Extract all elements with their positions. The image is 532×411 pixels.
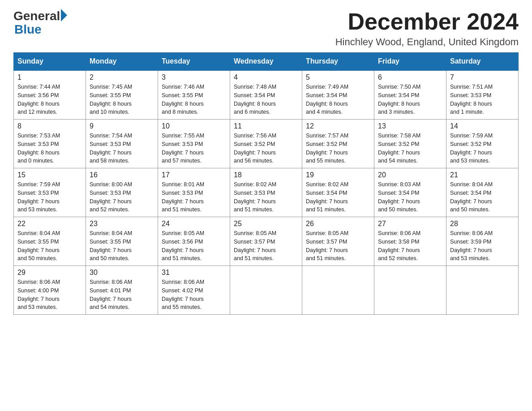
calendar-cell: 24 Sunrise: 8:05 AM Sunset: 3:56 PM Dayl…	[158, 217, 230, 266]
day-info: Sunrise: 7:59 AM Sunset: 3:52 PM Dayligh…	[450, 132, 515, 165]
day-number: 17	[162, 171, 226, 179]
logo-blue-text: Blue	[14, 23, 42, 36]
calendar-week-row: 8 Sunrise: 7:53 AM Sunset: 3:53 PM Dayli…	[14, 120, 519, 168]
calendar-cell: 23 Sunrise: 8:04 AM Sunset: 3:55 PM Dayl…	[86, 217, 158, 266]
calendar-cell: 25 Sunrise: 8:05 AM Sunset: 3:57 PM Dayl…	[230, 217, 302, 266]
location: Hinchley Wood, England, United Kingdom	[335, 36, 519, 48]
day-info: Sunrise: 8:00 AM Sunset: 3:53 PM Dayligh…	[90, 180, 154, 214]
col-header-sunday: Sunday	[14, 53, 86, 71]
day-number: 27	[378, 220, 442, 228]
calendar-cell: 31 Sunrise: 8:06 AM Sunset: 4:02 PM Dayl…	[158, 266, 230, 315]
calendar-cell: 29 Sunrise: 8:06 AM Sunset: 4:00 PM Dayl…	[14, 266, 86, 315]
day-info: Sunrise: 8:02 AM Sunset: 3:54 PM Dayligh…	[306, 180, 370, 214]
calendar-cell: 1 Sunrise: 7:44 AM Sunset: 3:56 PM Dayli…	[14, 70, 86, 120]
calendar-cell: 21 Sunrise: 8:04 AM Sunset: 3:54 PM Dayl…	[446, 168, 519, 217]
calendar-cell: 8 Sunrise: 7:53 AM Sunset: 3:53 PM Dayli…	[14, 120, 86, 168]
day-number: 30	[90, 269, 154, 277]
day-info: Sunrise: 7:57 AM Sunset: 3:52 PM Dayligh…	[306, 132, 370, 165]
col-header-saturday: Saturday	[446, 53, 519, 71]
day-number: 1	[17, 73, 82, 81]
day-info: Sunrise: 8:04 AM Sunset: 3:55 PM Dayligh…	[17, 229, 82, 263]
day-number: 12	[306, 122, 370, 130]
day-info: Sunrise: 7:56 AM Sunset: 3:52 PM Dayligh…	[234, 132, 298, 165]
calendar-cell: 10 Sunrise: 7:55 AM Sunset: 3:53 PM Dayl…	[158, 120, 230, 168]
logo-arrow-icon	[61, 9, 67, 21]
day-number: 11	[234, 122, 298, 130]
calendar-cell: 4 Sunrise: 7:48 AM Sunset: 3:54 PM Dayli…	[230, 70, 302, 120]
day-number: 5	[306, 73, 370, 81]
day-info: Sunrise: 7:50 AM Sunset: 3:54 PM Dayligh…	[378, 83, 442, 116]
calendar-cell: 28 Sunrise: 8:06 AM Sunset: 3:59 PM Dayl…	[446, 217, 519, 266]
calendar-cell	[446, 266, 519, 315]
calendar-cell: 7 Sunrise: 7:51 AM Sunset: 3:53 PM Dayli…	[446, 70, 519, 120]
col-header-wednesday: Wednesday	[230, 53, 302, 71]
day-info: Sunrise: 7:51 AM Sunset: 3:53 PM Dayligh…	[450, 83, 515, 116]
calendar-cell: 22 Sunrise: 8:04 AM Sunset: 3:55 PM Dayl…	[14, 217, 86, 266]
day-number: 13	[378, 122, 442, 130]
calendar-cell: 2 Sunrise: 7:45 AM Sunset: 3:55 PM Dayli…	[86, 70, 158, 120]
day-info: Sunrise: 7:49 AM Sunset: 3:54 PM Dayligh…	[306, 83, 370, 116]
day-info: Sunrise: 8:06 AM Sunset: 4:01 PM Dayligh…	[90, 278, 154, 312]
calendar-cell: 15 Sunrise: 7:59 AM Sunset: 3:53 PM Dayl…	[14, 168, 86, 217]
logo: General Blue	[13, 9, 67, 36]
day-info: Sunrise: 7:55 AM Sunset: 3:53 PM Dayligh…	[162, 132, 226, 165]
col-header-thursday: Thursday	[302, 53, 374, 71]
col-header-friday: Friday	[374, 53, 446, 71]
day-number: 25	[234, 220, 298, 228]
calendar-week-row: 15 Sunrise: 7:59 AM Sunset: 3:53 PM Dayl…	[14, 168, 519, 217]
day-number: 16	[90, 171, 154, 179]
day-number: 26	[306, 220, 370, 228]
day-number: 2	[90, 73, 154, 81]
day-info: Sunrise: 7:53 AM Sunset: 3:53 PM Dayligh…	[17, 132, 82, 165]
day-number: 21	[450, 171, 515, 179]
day-number: 10	[162, 122, 226, 130]
day-number: 4	[234, 73, 298, 81]
calendar-cell: 14 Sunrise: 7:59 AM Sunset: 3:52 PM Dayl…	[446, 120, 519, 168]
day-number: 29	[17, 269, 82, 277]
day-number: 23	[90, 220, 154, 228]
calendar-cell: 6 Sunrise: 7:50 AM Sunset: 3:54 PM Dayli…	[374, 70, 446, 120]
day-number: 22	[17, 220, 82, 228]
calendar-cell: 26 Sunrise: 8:05 AM Sunset: 3:57 PM Dayl…	[302, 217, 374, 266]
calendar-header-row: SundayMondayTuesdayWednesdayThursdayFrid…	[14, 53, 519, 71]
calendar-cell: 3 Sunrise: 7:46 AM Sunset: 3:55 PM Dayli…	[158, 70, 230, 120]
day-info: Sunrise: 8:01 AM Sunset: 3:53 PM Dayligh…	[162, 180, 226, 214]
day-info: Sunrise: 8:02 AM Sunset: 3:53 PM Dayligh…	[234, 180, 298, 214]
calendar-cell: 30 Sunrise: 8:06 AM Sunset: 4:01 PM Dayl…	[86, 266, 158, 315]
month-title: December 2024	[335, 9, 519, 34]
day-number: 7	[450, 73, 515, 81]
calendar-cell: 16 Sunrise: 8:00 AM Sunset: 3:53 PM Dayl…	[86, 168, 158, 217]
calendar-cell	[302, 266, 374, 315]
calendar-cell: 11 Sunrise: 7:56 AM Sunset: 3:52 PM Dayl…	[230, 120, 302, 168]
logo-general-text: General	[13, 9, 60, 23]
day-info: Sunrise: 8:03 AM Sunset: 3:54 PM Dayligh…	[378, 180, 442, 214]
calendar-week-row: 22 Sunrise: 8:04 AM Sunset: 3:55 PM Dayl…	[14, 217, 519, 266]
day-number: 9	[90, 122, 154, 130]
day-info: Sunrise: 7:45 AM Sunset: 3:55 PM Dayligh…	[90, 83, 154, 116]
day-number: 24	[162, 220, 226, 228]
calendar-cell: 27 Sunrise: 8:06 AM Sunset: 3:58 PM Dayl…	[374, 217, 446, 266]
day-info: Sunrise: 8:06 AM Sunset: 4:02 PM Dayligh…	[162, 278, 226, 312]
day-info: Sunrise: 8:04 AM Sunset: 3:55 PM Dayligh…	[90, 229, 154, 263]
calendar-cell: 13 Sunrise: 7:58 AM Sunset: 3:52 PM Dayl…	[374, 120, 446, 168]
day-info: Sunrise: 7:59 AM Sunset: 3:53 PM Dayligh…	[17, 180, 82, 214]
calendar-cell: 9 Sunrise: 7:54 AM Sunset: 3:53 PM Dayli…	[86, 120, 158, 168]
day-info: Sunrise: 8:06 AM Sunset: 3:59 PM Dayligh…	[450, 229, 515, 263]
day-info: Sunrise: 7:48 AM Sunset: 3:54 PM Dayligh…	[234, 83, 298, 116]
calendar-cell	[230, 266, 302, 315]
day-info: Sunrise: 8:05 AM Sunset: 3:57 PM Dayligh…	[306, 229, 370, 263]
day-info: Sunrise: 7:54 AM Sunset: 3:53 PM Dayligh…	[90, 132, 154, 165]
calendar-cell: 17 Sunrise: 8:01 AM Sunset: 3:53 PM Dayl…	[158, 168, 230, 217]
day-number: 3	[162, 73, 226, 81]
day-info: Sunrise: 8:05 AM Sunset: 3:57 PM Dayligh…	[234, 229, 298, 263]
page-header: General Blue December 2024 Hinchley Wood…	[13, 9, 519, 48]
title-block: December 2024 Hinchley Wood, England, Un…	[335, 9, 519, 48]
day-number: 15	[17, 171, 82, 179]
day-number: 8	[17, 122, 82, 130]
day-info: Sunrise: 8:05 AM Sunset: 3:56 PM Dayligh…	[162, 229, 226, 263]
calendar-cell: 20 Sunrise: 8:03 AM Sunset: 3:54 PM Dayl…	[374, 168, 446, 217]
col-header-monday: Monday	[86, 53, 158, 71]
calendar-table: SundayMondayTuesdayWednesdayThursdayFrid…	[13, 52, 519, 315]
day-number: 6	[378, 73, 442, 81]
day-info: Sunrise: 8:04 AM Sunset: 3:54 PM Dayligh…	[450, 180, 515, 214]
